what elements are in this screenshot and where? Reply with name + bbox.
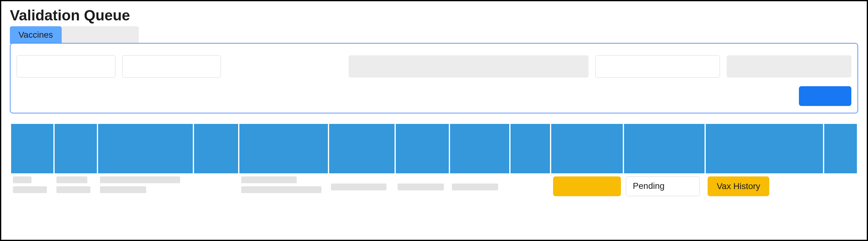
queue-table: Pending Vax History [10,124,858,200]
table-header-1[interactable] [11,124,53,173]
skeleton-text [398,184,444,190]
filter-input-2[interactable] [122,55,221,78]
cell-1 [11,173,53,200]
filter-input-3[interactable] [348,55,589,78]
tab-secondary[interactable] [62,26,139,44]
cell-9 [510,173,550,200]
table-header-8[interactable] [450,124,509,173]
filter-submit-button[interactable] [799,86,851,106]
cell-12: Vax History [706,173,823,200]
skeleton-text [13,186,47,193]
table-header-11[interactable] [624,124,705,173]
table-header-3[interactable] [98,124,193,173]
table-header-7[interactable] [396,124,448,173]
table-row: Pending Vax History [11,173,857,200]
status-badge: Pending [626,177,700,196]
filter-input-1[interactable] [17,55,115,78]
table-header-row [11,124,857,173]
table-header-9[interactable] [510,124,550,173]
table-header-5[interactable] [239,124,328,173]
table-header-12[interactable] [706,124,823,173]
cell-3 [98,173,193,200]
table-header-2[interactable] [55,124,97,173]
cell-7 [396,173,448,200]
filter-input-5[interactable] [727,55,851,78]
table-header-4[interactable] [194,124,238,173]
skeleton-text [241,177,297,183]
skeleton-text [331,184,386,190]
cell-11: Pending [624,173,705,200]
table-header-10[interactable] [551,124,623,173]
cell-10 [551,173,623,200]
filter-input-4[interactable] [595,55,720,78]
skeleton-text [57,177,87,183]
row-primary-action-button[interactable] [553,177,621,196]
table-header-13[interactable] [824,124,857,173]
skeleton-text [57,186,90,193]
filter-action-row [17,86,851,106]
table-header-6[interactable] [329,124,395,173]
filter-row [17,55,851,78]
filter-panel [10,43,858,113]
cell-2 [55,173,97,200]
tab-vaccines[interactable]: Vaccines [10,26,62,44]
page-title: Validation Queue [10,7,858,24]
cell-6 [329,173,395,200]
skeleton-text [13,177,31,183]
cell-13 [824,173,857,200]
skeleton-text [100,186,146,193]
skeleton-text [452,184,498,190]
tabs: Vaccines [10,26,858,44]
cell-4 [194,173,238,200]
skeleton-text [241,186,321,193]
vax-history-button[interactable]: Vax History [708,177,769,196]
cell-5 [239,173,328,200]
cell-8 [450,173,509,200]
skeleton-text [100,177,180,183]
